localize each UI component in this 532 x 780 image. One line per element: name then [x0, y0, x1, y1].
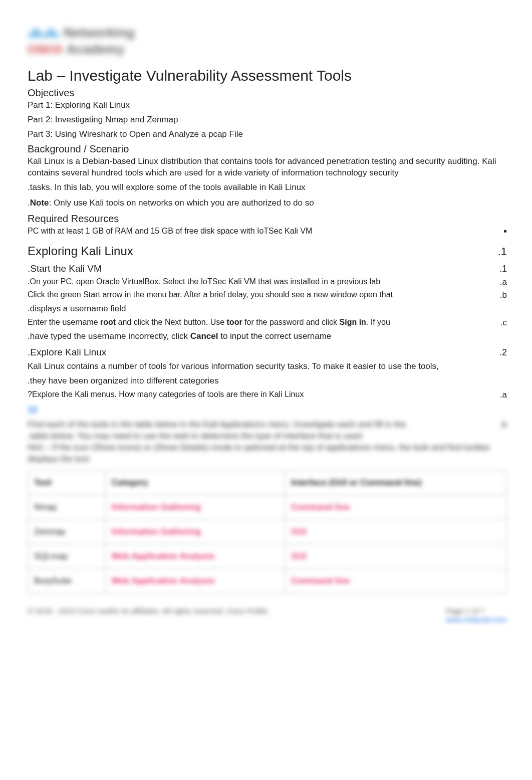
table-row: Zenmap Information Gathering GUI [28, 520, 507, 544]
document-page: Networking CISCO Academy Lab – Investiga… [0, 0, 532, 780]
cell-tool: SQLmap [28, 544, 106, 569]
brand-logo: Networking CISCO Academy [28, 25, 135, 58]
table-header-row: Tool Category Interface (GUI or Command … [28, 471, 507, 495]
cell-category: Information Gathering [105, 495, 285, 520]
section-1-heading: Exploring Kali Linux .1 [28, 244, 507, 258]
background-para: Kali Linux is a Debian-based Linux distr… [28, 156, 507, 179]
tools-table: Tool Category Interface (GUI or Command … [28, 470, 507, 594]
step-2b-marker: .b [490, 419, 507, 431]
step-2b-line3: Hint – If the icon (Show Icons) or (Show… [28, 443, 490, 464]
cell-category: Information Gathering [105, 520, 285, 544]
cell-category: Web Application Analysis [105, 544, 285, 569]
step-1b-text: Click the green Start arrow in the menu … [28, 290, 480, 299]
footer-page: Page 1 of 7 [446, 607, 484, 615]
section-1-title: Exploring Kali Linux [28, 244, 133, 258]
step-1b-marker: .b [490, 290, 507, 300]
step-2-intro2: .they have been organized into different… [28, 375, 507, 387]
step-2b-blurred: .b Find each of the tools in the table b… [28, 419, 507, 465]
step-1c-line2: .have typed the username incorrectly, cl… [28, 331, 507, 342]
required-resources-line: PC with at least 1 GB of RAM and 15 GB o… [28, 226, 507, 237]
step-2-heading: .Explore Kali Linux .2 [28, 347, 507, 358]
step-1a-text: .On your PC, open Oracle VirtualBox. Sel… [28, 277, 480, 286]
note-line: .Note: Only use Kali tools on networks o… [28, 198, 507, 209]
logo-text-academy: Academy [67, 42, 125, 57]
required-resources-heading: Required Resources [28, 213, 507, 225]
cell-tool: Nmap [28, 495, 106, 520]
step-1-heading: .Start the Kali VM .1 [28, 263, 507, 274]
step-1b-line2: .displays a username field [28, 303, 507, 315]
step-2a-row: ?Explore the Kali menus. How many catego… [28, 390, 507, 400]
step-2a-marker: .a [490, 390, 507, 400]
objective-item-1: Part 1: Exploring Kali Linux [28, 100, 507, 111]
cell-tool: Zenmap [28, 520, 106, 544]
objective-item-3: Part 3: Using Wireshark to Open and Anal… [28, 129, 507, 140]
footer-right: Page 1 of 7 www.netacad.com [446, 607, 507, 624]
page-title: Lab – Investigate Vulnerability Assessme… [28, 67, 507, 84]
objectives-heading: Objectives [28, 87, 507, 99]
table-row: BurpSuite Web Application Analysis Comma… [28, 569, 507, 594]
answer-13: 13 [28, 405, 37, 415]
step-1b-row: Click the green Start arrow in the menu … [28, 290, 507, 300]
step-2a-text: ?Explore the Kali menus. How many catego… [28, 390, 480, 399]
step-1c-text: Enter the username root and click the Ne… [28, 318, 480, 327]
col-iface: Interface (GUI or Command line) [285, 471, 507, 495]
col-category: Category [105, 471, 285, 495]
logo-text-cisco: CISCO [28, 43, 63, 56]
cell-tool: BurpSuite [28, 569, 106, 594]
objective-item-2: Part 2: Investigating Nmap and Zenmap [28, 114, 507, 126]
step-1c-row: Enter the username root and click the Ne… [28, 318, 507, 328]
step-2-number: .2 [496, 347, 507, 358]
cell-iface: Command line [285, 495, 507, 520]
table-row: Nmap Information Gathering Command line [28, 495, 507, 520]
bullet-icon: • [490, 226, 507, 237]
step-1a-marker: .a [490, 277, 507, 287]
background-heading: Background / Scenario [28, 143, 507, 155]
step-2b-line2: .table below. You may need to use the we… [28, 431, 362, 441]
table-row: SQLmap Web Application Analysis GUI [28, 544, 507, 569]
step-2b-line1: Find each of the tools in the table belo… [28, 420, 406, 429]
cell-iface: GUI [285, 520, 507, 544]
note-label: Note [30, 198, 49, 208]
section-1-number: .1 [495, 245, 507, 258]
step-1-title: .Start the Kali VM [28, 263, 102, 274]
step-1c-marker: .c [490, 318, 507, 328]
col-tool: Tool [28, 471, 106, 495]
cell-iface: Command line [285, 569, 507, 594]
step-2-intro1: Kali Linux contains a number of tools fo… [28, 361, 507, 372]
required-resources-text: PC with at least 1 GB of RAM and 15 GB o… [28, 227, 312, 236]
note-text: : Only use Kali tools on networks on whi… [49, 198, 314, 208]
step-1a-row: .On your PC, open Oracle VirtualBox. Sel… [28, 277, 507, 287]
page-footer: © 2018 - 2019 Cisco and/or its affiliate… [28, 607, 507, 624]
footer-copyright: © 2018 - 2019 Cisco and/or its affiliate… [28, 607, 268, 624]
cell-iface: GUI [285, 544, 507, 569]
step-2-title: .Explore Kali Linux [28, 347, 106, 358]
cisco-bars-icon [28, 29, 60, 38]
logo-text-networking: Networking [64, 25, 135, 41]
cell-category: Web Application Analysis [105, 569, 285, 594]
background-tasks-line: .tasks. In this lab, you will explore so… [28, 182, 507, 193]
footer-link: www.netacad.com [446, 615, 507, 624]
step-1-number: .1 [496, 264, 507, 274]
